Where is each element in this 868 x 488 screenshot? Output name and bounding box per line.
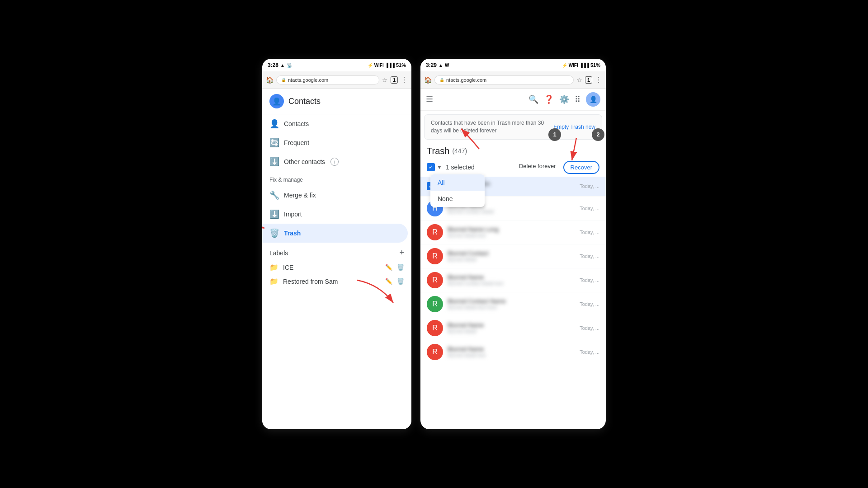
checkbox-selected[interactable]: ✓ [427,163,435,171]
home-icon-right[interactable]: 🏠 [424,76,432,84]
contact-row[interactable]: R Blurred Name blurred contact detail te… [420,268,606,292]
contact-info: Blurred Contact blurred detail [448,250,575,262]
trash-title: Trash [427,146,449,156]
label-folder-icon-restored: 📁 [269,277,278,286]
trash-icon: 🗑️ [269,228,278,238]
sidebar-item-other-contacts[interactable]: ⬇️ Other contacts i [262,152,408,171]
label-folder-icon-ice: 📁 [269,263,278,272]
sidebar-item-import[interactable]: ⬇️ Import [262,205,408,224]
checkbox-area[interactable]: ✓ ▼ [427,163,442,171]
contact-date: Today, ... [580,206,599,211]
hamburger-menu-icon[interactable]: ☰ [426,94,433,104]
delete-forever-button[interactable]: Delete forever [515,161,560,174]
other-contacts-label: Other contacts [284,158,325,165]
contact-name: Blurred Name Long [448,226,575,233]
sidebar-content: 👤 Contacts 🔄 Frequent ⬇️ Other contacts … [262,114,411,429]
header-icons: 🔍 ❓ ⚙️ ⠿ 👤 [528,92,600,107]
help-icon[interactable]: ❓ [544,94,554,104]
user-avatar[interactable]: 👤 [586,92,600,107]
sidebar-item-frequent[interactable]: 🔄 Frequent [262,133,408,152]
wifi2-icon: WiFi [569,63,578,68]
edit-label-restored[interactable]: ✏️ [385,278,392,285]
dropdown-toggle[interactable]: ▼ [437,164,442,170]
contact-date: Today, ... [580,277,599,283]
tab-count-right[interactable]: 1 [585,76,592,84]
edit-label-ice[interactable]: ✏️ [385,264,392,271]
url-text-right: ntacts.google.com [446,77,486,83]
contact-avatar: R [427,296,443,312]
contact-row[interactable]: R Blurred Name blurred detail text Today… [420,340,606,364]
contact-avatar: R [427,224,443,240]
url-bar-left[interactable]: 🔒 ntacts.google.com [276,75,379,84]
selection-bar: ✓ ▼ 1 selected Delete forever Recover Al… [420,158,606,177]
contact-date: Today, ... [580,253,599,259]
label-item-ice[interactable]: 📁 ICE ✏️ 🗑️ [262,260,411,274]
contact-detail: blurred contact detail text [448,281,575,286]
delete-label-restored[interactable]: 🗑️ [397,278,404,285]
selection-dropdown: All None [430,174,485,207]
contact-avatar: R [427,272,443,288]
lock-icon: 🔒 [281,78,286,82]
contact-detail: blurred contact detail [448,209,575,214]
app-header: 👤 Contacts [262,89,411,114]
contact-info: Blurred Name blurred detail text [448,346,575,358]
contact-name: Blurred Contact [448,250,575,257]
contact-date: Today, ... [580,230,599,235]
contact-date: Today, ... [580,325,599,331]
wifi-icon-right2: W [445,63,449,68]
labels-section-header: Labels + [262,243,411,260]
info-icon[interactable]: i [330,158,339,166]
app-title: Contacts [288,97,321,106]
right-phone: 3:29 ▲ W ⚡ WiFi ▐▐▐ 51% 🏠 🔒 ntacts.googl… [420,59,606,429]
left-phone: 3:28 ▲ 📡 ⚡ WiFi ▐▐▐ 51% 🏠 🔒 ntacts.googl… [262,59,411,429]
lock-icon-right: 🔒 [439,78,444,82]
sidebar-item-merge[interactable]: 🔧 Merge & fix [262,186,408,205]
contact-name: Blurred Name [448,274,575,281]
signal-icon: 📡 [287,63,292,68]
bt-icon-right: ⚡ [562,63,567,68]
more-options-right[interactable]: ⋮ [595,75,602,84]
sidebar-item-trash[interactable]: 🗑️ Trash [262,224,408,243]
tab-count-left[interactable]: 1 [391,76,398,84]
contact-info: Blurred Contact Name blurred detail text… [448,298,575,310]
bookmark-icon-right[interactable]: ☆ [576,76,582,84]
sidebar-item-contacts[interactable]: 👤 Contacts [262,114,408,133]
contact-row[interactable]: R Blurred Contact Name blurred detail te… [420,292,606,316]
contact-name: Blurred Name [448,346,575,352]
merge-icon: 🔧 [269,190,278,200]
contact-avatar: R [427,344,443,360]
contact-avatar: R [427,248,443,264]
contact-detail: blurred detail text here [448,305,575,310]
search-icon[interactable]: 🔍 [528,94,538,104]
browser-bar-right: 🏠 🔒 ntacts.google.com ☆ 1 ⋮ [420,71,606,89]
dropdown-item-none[interactable]: None [430,191,485,207]
label-name-ice: ICE [283,264,381,271]
contact-row[interactable]: R Blurred Name blurred detail Today, ... [420,316,606,340]
url-text-left: ntacts.google.com [288,77,328,83]
import-icon: ⬇️ [269,209,278,219]
battery-left: 51% [396,62,406,68]
bookmark-icon[interactable]: ☆ [382,76,388,84]
more-options-left[interactable]: ⋮ [401,75,408,84]
home-icon[interactable]: 🏠 [266,76,274,84]
contact-row[interactable]: R Blurred Name Long blurred detail text … [420,221,606,244]
apps-icon[interactable]: ⠿ [575,94,580,104]
label-item-restored[interactable]: 📁 Restored from Sam ✏️ 🗑️ [262,274,411,288]
other-contacts-icon: ⬇️ [269,157,278,167]
url-bar-right[interactable]: 🔒 ntacts.google.com [434,75,574,84]
browser-bar-left: 🏠 🔒 ntacts.google.com ☆ 1 ⋮ [262,71,411,89]
right-panel-header: ☰ 🔍 ❓ ⚙️ ⠿ 👤 [420,89,606,111]
trash-label: Trash [284,230,301,237]
dropdown-item-all[interactable]: All [430,174,485,191]
contact-info: Blurred Name Long blurred detail text [448,226,575,238]
empty-trash-button[interactable]: Empty Trash now [553,124,595,130]
trash-count: (447) [452,147,467,155]
contact-detail: blurred detail text [448,233,575,238]
contact-row[interactable]: R Blurred Contact blurred detail Today, … [420,244,606,268]
delete-label-ice[interactable]: 🗑️ [397,264,404,271]
settings-icon[interactable]: ⚙️ [559,94,569,104]
recover-button[interactable]: Recover [563,161,599,174]
add-label-button[interactable]: + [399,248,404,258]
contacts-nav-icon: 👤 [269,119,278,129]
contact-name: Blurred Name [448,322,575,328]
